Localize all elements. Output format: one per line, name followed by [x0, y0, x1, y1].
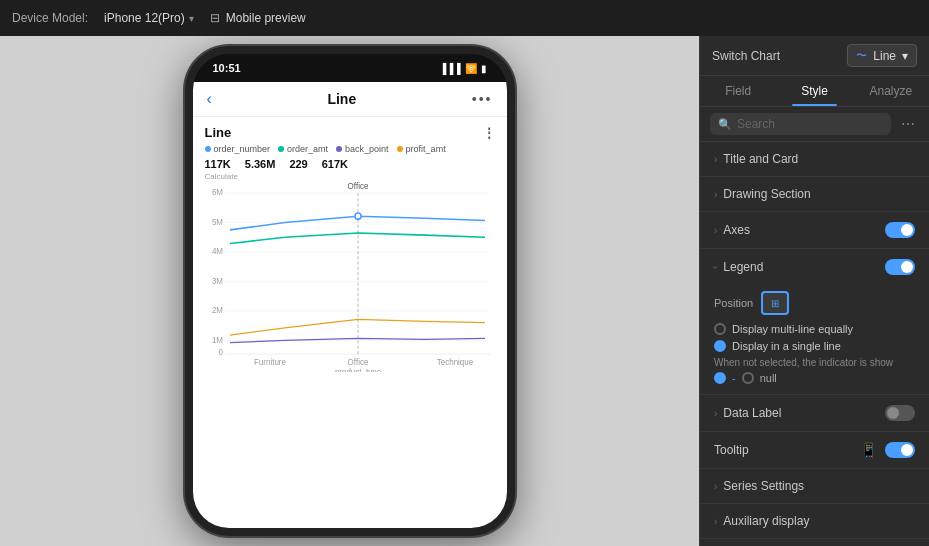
- chart-content: Line ⋮ order_number order_amt: [193, 117, 507, 528]
- axes-toggle[interactable]: [885, 222, 915, 238]
- layout-icon: ⊞: [771, 298, 779, 309]
- chevron-down-icon: ▾: [189, 13, 194, 24]
- svg-text:2M: 2M: [211, 306, 222, 315]
- radio-row-1[interactable]: Display multi-line equally: [714, 323, 915, 335]
- phone-status-icons: ▐▐▐ 🛜 ▮: [439, 63, 486, 74]
- search-more-button[interactable]: ⋯: [897, 114, 919, 134]
- legend-section: › Legend Position ⊞: [700, 249, 929, 395]
- style-options-list: › Title and Card › Drawing Section › Axe…: [700, 142, 929, 546]
- legend-content: Position ⊞ Display multi-line equally Di…: [700, 285, 929, 394]
- svg-text:5M: 5M: [211, 217, 222, 226]
- chart-type-selector[interactable]: 〜 Line ▾: [847, 44, 917, 67]
- app-title: Line: [327, 91, 356, 107]
- legend-item-order-amt: order_amt: [278, 144, 328, 154]
- svg-text:Technique: Technique: [436, 357, 473, 366]
- y-axis-label: Calculate: [205, 172, 238, 181]
- switch-chart-row: Switch Chart 〜 Line ▾: [700, 36, 929, 76]
- radio-button-1[interactable]: [714, 323, 726, 335]
- wifi-icon: 🛜: [465, 63, 477, 74]
- main-content: 10:51 ▐▐▐ 🛜 ▮ ‹ Line ••• Line: [0, 36, 929, 546]
- indicator-dash: -: [732, 372, 736, 384]
- auxiliary-display-label: Auxiliary display: [723, 514, 809, 528]
- back-button[interactable]: ‹: [207, 90, 212, 108]
- chart-options-button[interactable]: ⋮: [483, 126, 495, 140]
- tab-analyze[interactable]: Analyze: [853, 76, 929, 106]
- option-left: › Series Settings: [714, 479, 804, 493]
- search-wrapper[interactable]: 🔍: [710, 113, 891, 135]
- tooltip-toggle[interactable]: [885, 442, 915, 458]
- data-label-toggle[interactable]: [885, 405, 915, 421]
- series-settings-label: Series Settings: [723, 479, 804, 493]
- search-row: 🔍 ⋯: [700, 107, 929, 142]
- svg-text:1M: 1M: [211, 335, 222, 344]
- option-drawing-section[interactable]: › Drawing Section: [700, 177, 929, 212]
- chevron-right-icon: ›: [714, 225, 717, 236]
- metric-order-number: 117K: [205, 158, 231, 170]
- line-chart-icon: 〜: [856, 48, 867, 63]
- chart-type-chevron: ▾: [902, 49, 908, 63]
- title-and-card-label: Title and Card: [723, 152, 798, 166]
- preview-area: 10:51 ▐▐▐ 🛜 ▮ ‹ Line ••• Line: [0, 36, 699, 546]
- option-left: › Axes: [714, 223, 750, 237]
- tab-field[interactable]: Field: [700, 76, 776, 106]
- mobile-preview-toggle[interactable]: ⊟ Mobile preview: [210, 11, 306, 25]
- option-left: › Title and Card: [714, 152, 798, 166]
- option-data-label[interactable]: › Data Label: [700, 395, 929, 432]
- svg-text:product_type: product_type: [334, 368, 381, 372]
- legend-dot-blue: [205, 146, 211, 152]
- option-series-settings[interactable]: › Series Settings: [700, 469, 929, 504]
- search-input[interactable]: [737, 117, 883, 131]
- position-icon-button[interactable]: ⊞: [761, 291, 789, 315]
- position-row: Position ⊞: [714, 291, 915, 315]
- chart-area: Calculate 6M 5M 4M: [205, 172, 495, 372]
- chevron-right-icon: ›: [714, 189, 717, 200]
- svg-text:4M: 4M: [211, 247, 222, 256]
- mobile-icon: 📱: [860, 442, 877, 458]
- option-auxiliary-display[interactable]: › Auxiliary display: [700, 504, 929, 539]
- chart-title: Line: [205, 125, 232, 140]
- chevron-right-icon: ›: [714, 516, 717, 527]
- radio-button-2[interactable]: [714, 340, 726, 352]
- option-title-and-card[interactable]: › Title and Card: [700, 142, 929, 177]
- svg-text:Furniture: Furniture: [254, 357, 286, 366]
- device-name: iPhone 12(Pro): [104, 11, 185, 25]
- svg-point-16: [355, 213, 361, 219]
- metric-profit-amt: 617K: [322, 158, 348, 170]
- legend-dot-purple: [336, 146, 342, 152]
- chart-metrics: 117K 5.36M 229 617K: [205, 158, 495, 170]
- chart-legend: order_number order_amt back_point p: [205, 144, 495, 154]
- legend-dot-orange: [397, 146, 403, 152]
- tooltip-label: Tooltip: [714, 443, 749, 457]
- radio-row-2[interactable]: Display in a single line: [714, 340, 915, 352]
- metric-back-point: 229: [289, 158, 307, 170]
- legend-label: Legend: [723, 260, 763, 274]
- device-selector[interactable]: iPhone 12(Pro) ▾: [104, 11, 194, 25]
- mobile-preview-label: Mobile preview: [226, 11, 306, 25]
- battery-icon: ▮: [481, 63, 487, 74]
- chevron-right-icon: ›: [714, 481, 717, 492]
- chart-type-name: Line: [873, 49, 896, 63]
- svg-text:0: 0: [218, 348, 223, 357]
- legend-label-order-amt: order_amt: [287, 144, 328, 154]
- phone-frame: 10:51 ▐▐▐ 🛜 ▮ ‹ Line ••• Line: [185, 46, 515, 536]
- chevron-right-icon: ›: [714, 154, 717, 165]
- legend-toggle[interactable]: [885, 259, 915, 275]
- indicator-radio[interactable]: [742, 372, 754, 384]
- legend-header[interactable]: › Legend: [700, 249, 929, 285]
- radio-label-1: Display multi-line equally: [732, 323, 853, 335]
- legend-label-profit-amt: profit_amt: [406, 144, 446, 154]
- app-more-button[interactable]: •••: [472, 91, 493, 107]
- phone-screen: ‹ Line ••• Line ⋮ order_number: [193, 82, 507, 528]
- search-icon: 🔍: [718, 118, 732, 131]
- tab-style[interactable]: Style: [776, 76, 852, 106]
- indicator-checked[interactable]: [714, 372, 726, 384]
- svg-text:6M: 6M: [211, 188, 222, 197]
- hint-text: When not selected, the indicator is show: [714, 357, 915, 368]
- mobile-preview-icon: ⊟: [210, 11, 220, 25]
- phone-notch-bar: 10:51 ▐▐▐ 🛜 ▮: [193, 54, 507, 82]
- chart-svg: 6M 5M 4M 3M 2M 1M 0 Office: [205, 172, 495, 372]
- data-label-left: › Data Label: [714, 406, 781, 420]
- chart-heading: Line ⋮: [205, 125, 495, 140]
- option-axes[interactable]: › Axes: [700, 212, 929, 249]
- chevron-right-icon: ›: [714, 408, 717, 419]
